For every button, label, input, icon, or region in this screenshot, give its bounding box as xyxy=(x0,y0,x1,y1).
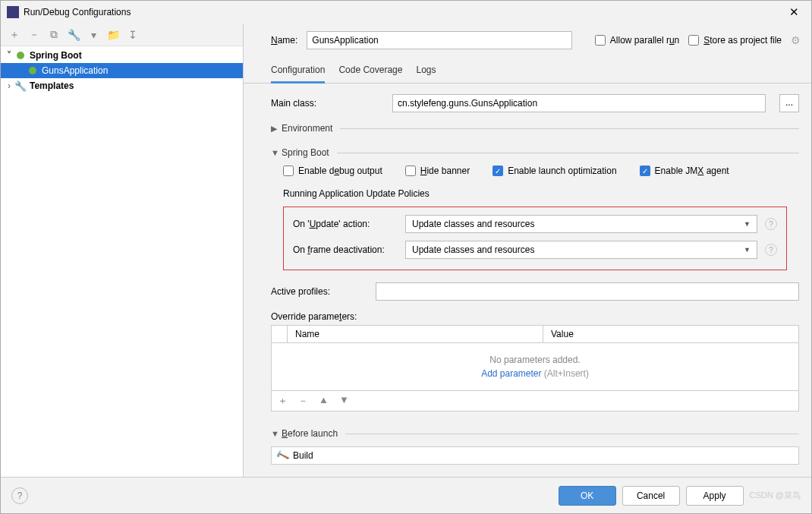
wrench-icon[interactable]: 🔧 xyxy=(68,29,80,41)
copy-icon[interactable]: ⧉ xyxy=(48,29,60,41)
checkbox-icon[interactable] xyxy=(405,166,416,176)
environment-section[interactable]: ▶ Environment xyxy=(271,123,799,134)
policies-title: Running Application Update Policies xyxy=(283,188,799,199)
on-frame-dropdown[interactable]: Update classes and resources ▼ xyxy=(405,241,757,259)
table-down-icon[interactable]: ▼ xyxy=(339,394,349,408)
add-parameter-shortcut: (Alt+Insert) xyxy=(544,368,589,379)
name-input[interactable] xyxy=(307,31,572,49)
store-project-checkbox[interactable]: Store as project file xyxy=(688,35,782,46)
on-frame-value: Update classes and resources xyxy=(412,244,534,255)
enable-debug-checkbox[interactable]: Enable debug output xyxy=(283,166,382,176)
tree-label: GunsApplication xyxy=(42,65,108,76)
before-launch-list: 🔨 Build xyxy=(271,446,799,465)
before-launch-section: ▼ Before launch 🔨 Build xyxy=(271,428,799,465)
environment-label: Environment xyxy=(282,123,332,134)
tree-root-spring-boot[interactable]: ˅ Spring Boot xyxy=(1,48,243,63)
table-header: Name Value xyxy=(272,326,798,343)
checkbox-icon[interactable] xyxy=(595,35,606,46)
enable-launch-opt-checkbox[interactable]: ✓ Enable launch optimization xyxy=(493,166,616,176)
override-params-table: Name Value No parameters added. Add para… xyxy=(271,325,799,412)
checkbox-checked-icon[interactable]: ✓ xyxy=(640,166,650,176)
tree-child-gunsapplication[interactable]: GunsApplication xyxy=(1,63,243,78)
spring-boot-label: Spring Boot xyxy=(282,147,329,158)
table-remove-icon[interactable]: － xyxy=(298,394,308,408)
config-form: Main class: ... ▶ Environment ▼ Spring B… xyxy=(244,84,811,477)
add-parameter-link[interactable]: Add parameter xyxy=(481,368,541,379)
on-update-label: On 'Update' action: xyxy=(293,219,398,229)
help-button[interactable]: ? xyxy=(11,487,28,504)
allow-parallel-label: Allow parallel run xyxy=(610,35,679,46)
tree-label: Templates xyxy=(30,80,74,91)
checkbox-checked-icon[interactable]: ✓ xyxy=(493,166,503,176)
help-icon[interactable]: ? xyxy=(765,218,777,230)
cancel-button[interactable]: Cancel xyxy=(622,486,680,506)
chevron-down-icon[interactable]: ▼ xyxy=(271,429,282,438)
spring-boot-checks: Enable debug output Hide banner ✓ Enable… xyxy=(283,166,799,176)
main-class-input[interactable] xyxy=(392,94,766,112)
th-checkbox xyxy=(272,326,288,342)
tab-code-coverage[interactable]: Code Coverage xyxy=(338,60,402,83)
tab-logs[interactable]: Logs xyxy=(416,60,436,83)
chevron-right-icon[interactable]: ▶ xyxy=(271,124,282,134)
chevron-down-icon: ▼ xyxy=(744,220,751,228)
sort-icon[interactable]: ↧ xyxy=(127,29,139,41)
gear-icon[interactable]: ⚙ xyxy=(791,34,801,46)
table-up-icon[interactable]: ▲ xyxy=(319,394,329,408)
dialog-footer: ? OK Cancel Apply CSDN @菜鸟 xyxy=(1,477,811,513)
tree-label: Spring Boot xyxy=(30,50,82,61)
name-label: Name: xyxy=(271,35,297,46)
before-launch-label: Before launch xyxy=(282,428,338,439)
main-class-label: Main class: xyxy=(271,98,383,109)
checkbox-icon[interactable] xyxy=(688,35,699,46)
config-toolbar: ＋ － ⧉ 🔧 ▾ 📁 ↧ xyxy=(1,24,243,46)
tab-configuration[interactable]: Configuration xyxy=(271,60,325,84)
on-update-row: On 'Update' action: Update classes and r… xyxy=(293,215,777,233)
highlight-box: On 'Update' action: Update classes and r… xyxy=(283,207,787,270)
right-panel: Name: Allow parallel run Store as projec… xyxy=(244,24,811,477)
th-name: Name xyxy=(288,326,543,342)
store-project-label: Store as project file xyxy=(703,35,782,46)
dropdown-icon[interactable]: ▾ xyxy=(87,29,99,41)
on-update-dropdown[interactable]: Update classes and resources ▼ xyxy=(405,215,757,233)
divider xyxy=(345,434,799,434)
tree-root-templates[interactable]: › 🔧 Templates xyxy=(1,78,243,93)
chevron-down-icon[interactable]: ▼ xyxy=(271,148,282,157)
chevron-right-icon[interactable]: › xyxy=(4,80,14,91)
build-label: Build xyxy=(293,450,313,461)
remove-icon[interactable]: － xyxy=(28,29,40,41)
before-launch-build[interactable]: 🔨 Build xyxy=(271,446,799,465)
apply-button[interactable]: Apply xyxy=(686,486,744,506)
add-icon[interactable]: ＋ xyxy=(8,29,20,41)
left-panel: ＋ － ⧉ 🔧 ▾ 📁 ↧ ˅ Spring Boot GunsApplicat… xyxy=(1,24,244,477)
chevron-down-icon: ▼ xyxy=(744,246,751,254)
before-launch-header[interactable]: ▼ Before launch xyxy=(271,428,799,439)
on-frame-row: On frame deactivation: Update classes an… xyxy=(293,241,777,259)
hide-banner-checkbox[interactable]: Hide banner xyxy=(405,166,470,176)
enable-debug-label: Enable debug output xyxy=(298,166,382,176)
on-frame-label: On frame deactivation: xyxy=(293,244,398,255)
config-tree: ˅ Spring Boot GunsApplication › 🔧 Templa… xyxy=(1,46,243,477)
active-profiles-input[interactable] xyxy=(376,282,799,301)
active-profiles-label: Active profiles: xyxy=(271,286,367,297)
chevron-down-icon[interactable]: ˅ xyxy=(4,50,14,61)
on-update-value: Update classes and resources xyxy=(412,219,534,229)
no-params-text: No parameters added. xyxy=(489,355,580,365)
enable-launch-opt-label: Enable launch optimization xyxy=(508,166,616,176)
config-header: Name: Allow parallel run Store as projec… xyxy=(244,24,811,60)
titlebar: Run/Debug Configurations ✕ xyxy=(1,1,811,24)
ok-button[interactable]: OK xyxy=(559,486,616,506)
app-icon xyxy=(7,6,19,18)
close-icon[interactable]: ✕ xyxy=(783,5,805,19)
checkbox-icon[interactable] xyxy=(283,166,294,176)
spring-icon xyxy=(14,49,27,61)
enable-jmx-checkbox[interactable]: ✓ Enable JMX agent xyxy=(640,166,729,176)
allow-parallel-checkbox[interactable]: Allow parallel run xyxy=(595,35,679,46)
folder-icon[interactable]: 📁 xyxy=(107,29,119,41)
spring-icon xyxy=(27,65,39,77)
browse-class-button[interactable]: ... xyxy=(779,94,799,112)
wrench-icon: 🔧 xyxy=(14,80,27,92)
help-icon[interactable]: ? xyxy=(765,244,777,256)
th-value: Value xyxy=(543,326,798,342)
spring-boot-section[interactable]: ▼ Spring Boot xyxy=(271,147,799,158)
table-add-icon[interactable]: ＋ xyxy=(278,394,288,408)
